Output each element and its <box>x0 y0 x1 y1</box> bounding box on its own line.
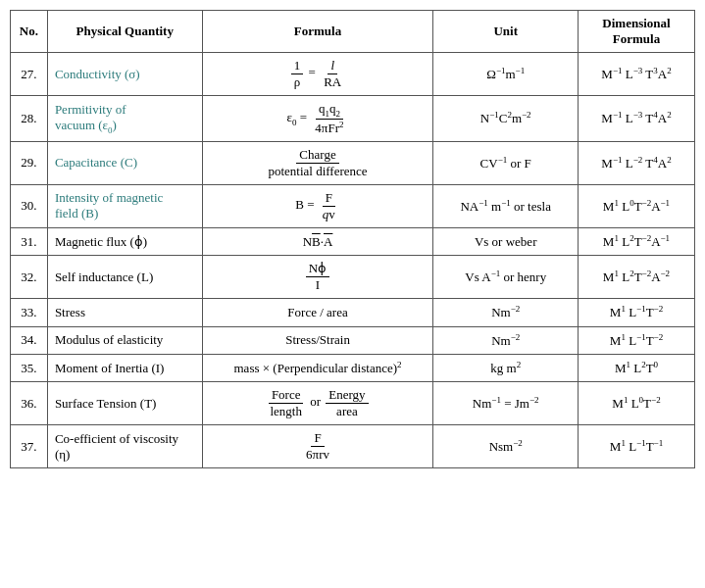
row-number: 27. <box>11 53 48 96</box>
formula: ε0 = q1q24πFr2 <box>202 96 433 142</box>
physical-quantity: Intensity of magneticfield (B) <box>47 184 202 227</box>
row-number: 29. <box>11 141 48 184</box>
dimensional-formula: M−1 L−3 T4A2 <box>579 96 695 142</box>
formula: NϕI <box>202 256 433 299</box>
formula: Forcelength or Energyarea <box>202 382 433 425</box>
physical-quantity: Self inductance (L) <box>47 256 202 299</box>
row-number: 32. <box>11 256 48 299</box>
unit: Nm−2 <box>433 326 579 354</box>
header-formula: Formula <box>202 11 433 53</box>
table-row: 30.Intensity of magneticfield (B)B = Fqv… <box>11 184 695 227</box>
table-row: 37.Co-efficient of viscosity (η)F6πrvNsm… <box>11 425 695 468</box>
table-row: 28.Permitivity ofvacuum (ε0)ε0 = q1q24πF… <box>11 96 695 142</box>
physical-quantity: Magnetic flux (ϕ) <box>47 227 202 255</box>
table-row: 36.Surface Tension (T)Forcelength or Ene… <box>11 382 695 425</box>
row-number: 33. <box>11 299 48 326</box>
header-pq: Physical Quantity <box>47 11 202 53</box>
physical-quantity: Surface Tension (T) <box>47 382 202 425</box>
physical-quantity: Permitivity ofvacuum (ε0) <box>47 96 202 142</box>
unit: NA−1 m−1 or tesla <box>433 184 579 227</box>
dimensional-formula: M1 L0T−2 <box>579 382 695 425</box>
formula: Chargepotential difference <box>202 141 433 184</box>
unit: N−1C2m−2 <box>433 96 579 142</box>
dimensional-formula: M1 L2T−2A−2 <box>579 256 695 299</box>
unit: kg m2 <box>433 354 579 381</box>
row-number: 36. <box>11 382 48 425</box>
header-unit: Unit <box>433 11 579 53</box>
table-row: 29.Capacitance (C)Chargepotential differ… <box>11 141 695 184</box>
row-number: 34. <box>11 326 48 354</box>
row-number: 37. <box>11 425 48 468</box>
dimensional-formula: M1 L2T−2A−1 <box>579 227 695 255</box>
formula: F6πrv <box>202 425 433 468</box>
table-row: 34.Modulus of elasticityStress/StrainNm−… <box>11 326 695 354</box>
physical-quantity: Capacitance (C) <box>47 141 202 184</box>
dimensional-formula: M1 L2T0 <box>579 354 695 381</box>
physical-quantity: Stress <box>47 299 202 326</box>
physical-quantity: Conductivity (σ) <box>47 53 202 96</box>
row-number: 35. <box>11 354 48 381</box>
row-number: 31. <box>11 227 48 255</box>
dimensional-formula: M−1 L−3 T3A2 <box>579 53 695 96</box>
table-row: 27.Conductivity (σ)1ρ = lRAΩ−1m−1M−1 L−3… <box>11 53 695 96</box>
physical-quantity: Moment of Inertia (I) <box>47 354 202 381</box>
dimensional-formula: M1 L−1T−2 <box>579 326 695 354</box>
table-row: 32.Self inductance (L)NϕIVs A−1 or henry… <box>11 256 695 299</box>
unit: Vs A−1 or henry <box>433 256 579 299</box>
dimensional-formula: M−1 L−2 T4A2 <box>579 141 695 184</box>
formula: 1ρ = lRA <box>202 53 433 96</box>
unit: CV−1 or F <box>433 141 579 184</box>
formula: B = Fqv <box>202 184 433 227</box>
unit: Nm−1 = Jm−2 <box>433 382 579 425</box>
unit: Vs or weber <box>433 227 579 255</box>
formula: NB·A <box>202 227 433 255</box>
table-row: 33.StressForce / areaNm−2M1 L−1T−2 <box>11 299 695 326</box>
unit: Nm−2 <box>433 299 579 326</box>
unit: Ω−1m−1 <box>433 53 579 96</box>
physics-table: No. Physical Quantity Formula Unit Dimen… <box>10 10 695 468</box>
formula: Stress/Strain <box>202 326 433 354</box>
table-row: 31.Magnetic flux (ϕ)NB·AVs or weberM1 L2… <box>11 227 695 255</box>
dimensional-formula: M1 L0T−2A−1 <box>579 184 695 227</box>
header-no: No. <box>11 11 48 53</box>
row-number: 28. <box>11 96 48 142</box>
physical-quantity: Co-efficient of viscosity (η) <box>47 425 202 468</box>
formula: mass × (Perpendicular distance)2 <box>202 354 433 381</box>
formula: Force / area <box>202 299 433 326</box>
dimensional-formula: M1 L−1T−2 <box>579 299 695 326</box>
unit: Nsm−2 <box>433 425 579 468</box>
dimensional-formula: M1 L−1T−1 <box>579 425 695 468</box>
physical-quantity: Modulus of elasticity <box>47 326 202 354</box>
table-row: 35.Moment of Inertia (I)mass × (Perpendi… <box>11 354 695 381</box>
header-dim: DimensionalFormula <box>579 11 695 53</box>
row-number: 30. <box>11 184 48 227</box>
